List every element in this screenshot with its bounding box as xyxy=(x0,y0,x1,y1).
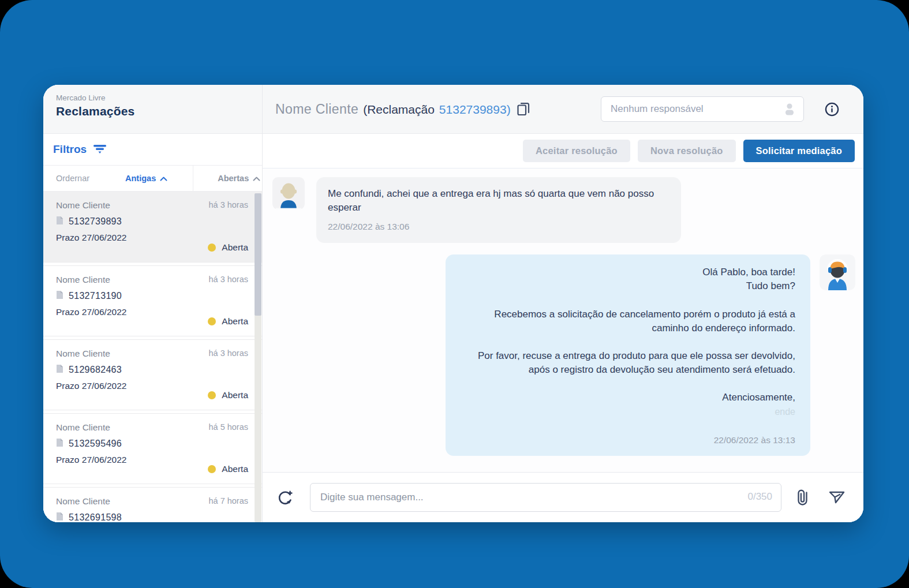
complaint-id: 5132691598 xyxy=(69,512,122,522)
chevron-up-icon xyxy=(160,174,167,183)
complaint-card[interactable]: Nome Cliente 5129682463 Prazo 27/06/2022… xyxy=(43,339,262,410)
message-field: 0/350 xyxy=(310,483,781,512)
status-badge: Aberta xyxy=(208,316,248,327)
complaint-card[interactable]: Nome Cliente 5132595496 Prazo 27/06/2022… xyxy=(43,413,262,484)
document-icon xyxy=(56,364,63,376)
filters-button[interactable]: Filtros xyxy=(53,142,107,157)
assignee-input[interactable] xyxy=(601,96,804,122)
status-dot-icon xyxy=(208,465,216,473)
message-text: Recebemos a solicitação de cancelamento … xyxy=(461,308,795,335)
message-text: Me confundi, achei que a entrega era hj … xyxy=(328,187,669,215)
sort-bar: Ordernar Antigas Abertas xyxy=(43,166,262,192)
status-badge: Aberta xyxy=(208,464,248,474)
customer-avatar xyxy=(272,177,305,209)
status-dot-icon xyxy=(208,317,216,325)
message-timestamp: 22/06/2022 às 13:13 xyxy=(461,434,795,447)
app-name: Mercado Livre xyxy=(56,93,249,102)
sort-label: Ordernar xyxy=(43,174,89,183)
message-input[interactable] xyxy=(310,483,781,512)
complaint-age: há 3 horas xyxy=(208,200,248,209)
agent-avatar xyxy=(820,254,855,290)
sort-status-abertas[interactable]: Abertas xyxy=(218,174,260,183)
filters-row: Filtros xyxy=(43,134,262,166)
message-timestamp: 22/06/2022 às 13:06 xyxy=(328,220,669,233)
complaint-id: 5132595496 xyxy=(69,439,122,449)
request-mediation-button[interactable]: Solicitar mediação xyxy=(743,140,855,162)
complaint-card[interactable]: Nome Cliente 5132713190 Prazo 27/06/2022… xyxy=(43,265,262,336)
scrollbar-thumb[interactable] xyxy=(255,193,261,316)
status-dot-icon xyxy=(208,244,216,252)
conversation-title: Nome Cliente (Reclamação 5132739893) xyxy=(275,102,511,117)
status-label: Aberta xyxy=(222,390,248,400)
status-label: Aberta xyxy=(222,242,248,253)
chat-area: Me confundi, achei que a entrega era hj … xyxy=(263,168,863,472)
document-icon xyxy=(56,290,63,302)
message-closing: Atenciosamente, xyxy=(461,391,795,405)
complaint-deadline: Prazo 27/06/2022 xyxy=(56,233,249,243)
agent-message: Olá Pablo, boa tarde! Tudo bem? Recebemo… xyxy=(272,254,855,456)
chat-header: Nome Cliente (Reclamação 5132739893) xyxy=(263,85,863,134)
status-badge: Aberta xyxy=(208,242,248,253)
message-text: Por favor, recuse a entrega do produto p… xyxy=(461,349,795,377)
main-area: Nome Cliente (Reclamação 5132739893) xyxy=(263,85,863,522)
claim-id-link[interactable]: 5132739893) xyxy=(439,103,511,117)
message-bubble: Olá Pablo, boa tarde! Tudo bem? Recebemo… xyxy=(446,254,810,456)
sidebar: Mercado Livre Reclamações Filtros Ordern… xyxy=(43,85,263,522)
message-text: Tudo bem? xyxy=(461,279,795,293)
sort-divider xyxy=(193,166,193,191)
client-title: Nome Cliente xyxy=(275,102,358,117)
composer: 0/350 xyxy=(263,472,863,522)
page-title: Reclamações xyxy=(56,104,249,118)
sort-status-label: Abertas xyxy=(218,174,249,183)
complaint-age: há 7 horas xyxy=(208,496,248,505)
status-badge: Aberta xyxy=(208,390,248,400)
actions-bar: Aceitar resolução Nova resolução Solicit… xyxy=(263,134,863,168)
message-text: Olá Pablo, boa tarde! xyxy=(461,265,795,279)
info-icon[interactable] xyxy=(825,102,839,117)
status-dot-icon xyxy=(208,391,216,399)
chevron-up-icon xyxy=(253,174,260,183)
status-label: Aberta xyxy=(222,316,248,327)
complaint-id: 5129682463 xyxy=(69,365,122,375)
document-icon xyxy=(56,216,63,227)
send-icon[interactable] xyxy=(828,489,846,506)
complaint-id: 5132739893 xyxy=(69,216,122,227)
char-counter: 0/350 xyxy=(747,491,772,503)
message-signature: ende xyxy=(461,406,795,419)
paperclip-icon[interactable] xyxy=(795,488,810,507)
status-label: Aberta xyxy=(222,464,248,474)
customer-message: Me confundi, achei que a entrega era hj … xyxy=(272,177,855,243)
accept-resolution-button[interactable]: Aceitar resolução xyxy=(523,140,630,162)
app-panel: Mercado Livre Reclamações Filtros Ordern… xyxy=(43,85,863,522)
user-icon xyxy=(783,102,796,118)
assignee-field xyxy=(601,96,804,122)
filter-icon xyxy=(92,142,107,157)
sort-order-antigas[interactable]: Antigas xyxy=(125,174,167,183)
filters-label: Filtros xyxy=(53,143,87,156)
message-bubble: Me confundi, achei que a entrega era hj … xyxy=(316,177,681,243)
copy-icon[interactable] xyxy=(517,102,530,117)
claim-label: (Reclamação xyxy=(363,103,435,117)
complaint-age: há 5 horas xyxy=(208,422,248,432)
quick-reply-refresh-icon[interactable] xyxy=(276,488,294,507)
complaint-age: há 3 horas xyxy=(208,349,248,358)
complaint-card[interactable]: Nome Cliente 5132691598 há 7 horas xyxy=(43,487,262,522)
sort-order-label: Antigas xyxy=(125,174,156,183)
sidebar-header: Mercado Livre Reclamações xyxy=(43,85,262,134)
complaint-id: 5132713190 xyxy=(69,291,122,301)
complaint-age: há 3 horas xyxy=(208,275,248,284)
document-icon xyxy=(56,512,63,522)
complaint-list: Nome Cliente 5132739893 Prazo 27/06/2022… xyxy=(43,192,262,522)
new-resolution-button[interactable]: Nova resolução xyxy=(638,140,736,162)
sidebar-scrollbar[interactable] xyxy=(255,193,261,522)
document-icon xyxy=(56,438,63,450)
complaint-card[interactable]: Nome Cliente 5132739893 Prazo 27/06/2022… xyxy=(43,192,262,263)
